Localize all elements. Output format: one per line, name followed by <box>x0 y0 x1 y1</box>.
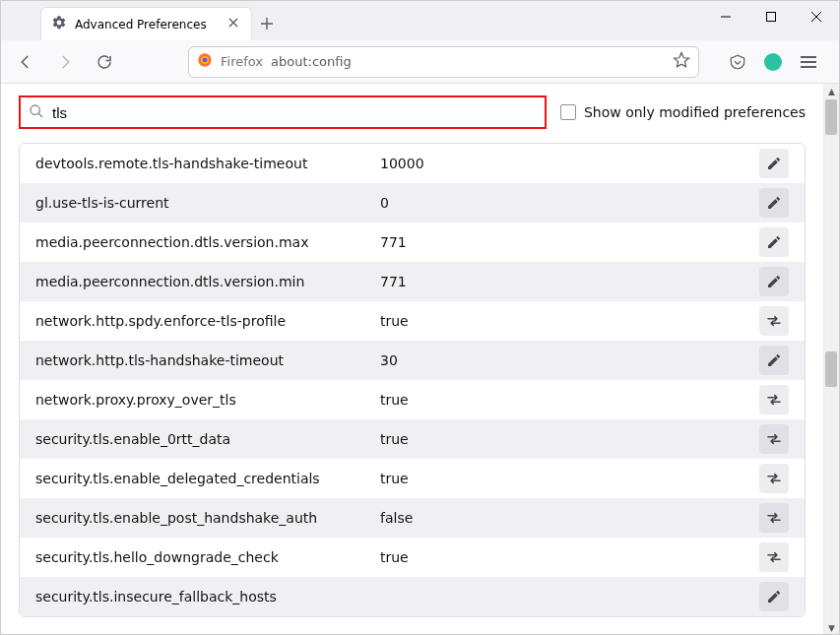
toggle-button[interactable] <box>759 424 789 454</box>
pref-value: true <box>380 392 759 408</box>
checkbox-icon[interactable] <box>560 104 576 120</box>
title-bar: Advanced Preferences <box>1 1 839 40</box>
reload-button[interactable] <box>90 47 119 77</box>
pref-value: true <box>380 549 759 565</box>
edit-button[interactable] <box>759 188 789 218</box>
edit-button[interactable] <box>759 582 789 611</box>
pencil-icon <box>766 234 782 250</box>
show-only-modified[interactable]: Show only modified preferences <box>560 104 806 120</box>
pref-value: true <box>380 471 759 486</box>
pref-name: security.tls.insecure_fallback_hosts <box>35 589 380 604</box>
pref-value: true <box>380 313 759 329</box>
url-bar[interactable]: Firefox about:config <box>188 46 699 78</box>
bookmark-star-icon[interactable] <box>673 51 690 72</box>
scroll-thumb[interactable] <box>825 99 837 135</box>
scrollbar[interactable]: ▲ ▼ <box>823 84 839 635</box>
pref-value: true <box>380 431 759 447</box>
pref-name: media.peerconnection.dtls.version.max <box>35 234 380 250</box>
pref-value: false <box>380 510 759 526</box>
maximize-button[interactable] <box>748 1 794 32</box>
pref-row: devtools.remote.tls-handshake-timeout100… <box>20 144 805 183</box>
scroll-thumb[interactable] <box>825 351 837 387</box>
show-only-label: Show only modified preferences <box>584 104 806 120</box>
pref-name: network.http.spdy.enforce-tls-profile <box>35 313 380 329</box>
minimize-button[interactable] <box>703 1 748 32</box>
pref-value: 771 <box>380 234 759 250</box>
pref-name: security.tls.enable_0rtt_data <box>35 431 380 447</box>
pref-row: security.tls.enable_0rtt_datatrue <box>20 419 805 459</box>
pref-row: gl.use-tls-is-current0 <box>20 183 805 222</box>
search-icon <box>29 103 44 122</box>
edit-button[interactable] <box>759 227 789 257</box>
pencil-icon <box>766 195 782 211</box>
svg-point-4 <box>31 105 39 114</box>
pencil-icon <box>766 589 782 604</box>
toggle-button[interactable] <box>759 503 789 533</box>
pref-name: network.proxy.proxy_over_tls <box>35 392 380 408</box>
close-tab-icon[interactable] <box>226 17 241 32</box>
search-box <box>19 95 547 129</box>
url-text: about:config <box>271 54 352 69</box>
toggle-button[interactable] <box>759 464 789 493</box>
firefox-label: Firefox <box>221 54 263 69</box>
pencil-icon <box>766 352 782 368</box>
pref-name: network.http.tls-handshake-timeout <box>35 352 380 368</box>
back-button[interactable] <box>11 47 40 77</box>
edit-button[interactable] <box>759 346 789 375</box>
pref-row: security.tls.insecure_fallback_hosts <box>20 577 805 616</box>
svg-point-3 <box>203 58 208 63</box>
toggle-button[interactable] <box>759 385 789 414</box>
menu-button[interactable] <box>794 47 823 77</box>
browser-tab[interactable]: Advanced Preferences <box>40 7 252 40</box>
toggle-icon <box>765 548 783 566</box>
pref-row: media.peerconnection.dtls.version.min771 <box>20 262 805 301</box>
pref-name: devtools.remote.tls-handshake-timeout <box>35 156 380 171</box>
search-row: Show only modified preferences <box>19 95 806 129</box>
search-input[interactable] <box>52 104 537 121</box>
pref-row: security.tls.enable_post_handshake_authf… <box>20 498 805 538</box>
scroll-up-icon[interactable]: ▲ <box>824 84 839 99</box>
toggle-icon <box>765 509 783 527</box>
edit-button[interactable] <box>759 267 789 296</box>
pencil-icon <box>766 274 782 289</box>
pref-row: network.http.tls-handshake-timeout30 <box>20 341 805 380</box>
close-window-button[interactable] <box>794 1 839 32</box>
pref-value: 771 <box>380 274 759 289</box>
toolbar: Firefox about:config <box>1 40 839 84</box>
pref-name: security.tls.hello_downgrade_check <box>35 549 380 565</box>
pocket-icon[interactable] <box>723 47 752 77</box>
pref-name: security.tls.enable_post_handshake_auth <box>35 510 380 526</box>
pref-row: network.proxy.proxy_over_tlstrue <box>20 380 805 419</box>
new-tab-button[interactable] <box>252 7 282 40</box>
pref-value: 10000 <box>380 156 759 171</box>
tab-title: Advanced Preferences <box>75 18 218 32</box>
toggle-button[interactable] <box>759 542 789 572</box>
window-controls <box>703 1 839 32</box>
svg-rect-0 <box>767 13 776 22</box>
pencil-icon <box>766 156 782 171</box>
pref-value: 30 <box>380 352 759 368</box>
toggle-button[interactable] <box>759 306 789 336</box>
preferences-table: devtools.remote.tls-handshake-timeout100… <box>19 143 806 617</box>
extension-icon[interactable] <box>758 47 788 77</box>
pref-row: media.peerconnection.dtls.version.max771 <box>20 222 805 262</box>
gear-icon <box>51 15 67 34</box>
toggle-icon <box>765 470 783 487</box>
toggle-icon <box>765 391 783 409</box>
tab-strip: Advanced Preferences <box>1 1 703 40</box>
content: Show only modified preferences devtools.… <box>1 84 839 635</box>
pref-name: media.peerconnection.dtls.version.min <box>35 274 380 289</box>
pref-row: security.tls.hello_downgrade_checktrue <box>20 538 805 577</box>
pref-row: network.http.spdy.enforce-tls-profiletru… <box>20 301 805 341</box>
pref-name: gl.use-tls-is-current <box>35 195 380 211</box>
pref-name: security.tls.enable_delegated_credential… <box>35 471 380 486</box>
firefox-logo-icon <box>197 52 213 71</box>
toggle-icon <box>765 312 783 330</box>
toggle-icon <box>765 430 783 448</box>
edit-button[interactable] <box>759 149 789 178</box>
forward-button[interactable] <box>50 47 80 77</box>
pref-value: 0 <box>380 195 759 211</box>
scroll-down-icon[interactable]: ▼ <box>824 620 839 635</box>
pref-row: security.tls.enable_delegated_credential… <box>20 459 805 498</box>
